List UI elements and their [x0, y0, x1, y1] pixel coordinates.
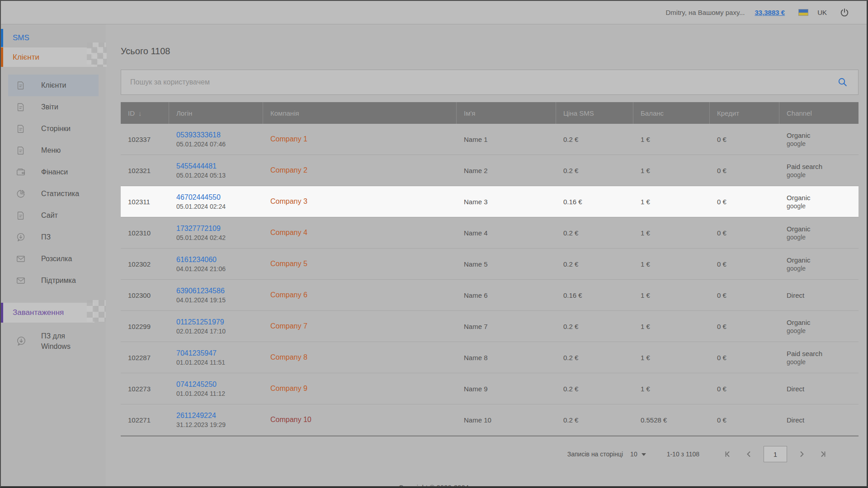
- cell-balance: 1 €: [633, 198, 710, 206]
- column-header[interactable]: Ціна SMS: [556, 102, 633, 124]
- column-header[interactable]: ID↓: [121, 102, 169, 124]
- sidebar-item[interactable]: Підтримка: [8, 270, 99, 291]
- sidebar-item-label: ПЗ для Windows: [41, 331, 92, 352]
- cell-company: Company 2: [263, 166, 457, 174]
- cell-login: 616123406004.01.2024 21:06: [169, 256, 263, 272]
- last-page-button[interactable]: [816, 447, 830, 461]
- column-header[interactable]: Channel: [779, 102, 859, 124]
- cell-name: Name 8: [457, 354, 556, 361]
- prev-page-button[interactable]: [742, 447, 755, 461]
- sidebar-item[interactable]: Клієнти: [8, 75, 99, 96]
- column-header[interactable]: Баланс: [633, 102, 710, 124]
- cell-balance: 0.5528 €: [633, 416, 710, 424]
- column-header[interactable]: Ім'я: [457, 102, 556, 124]
- sidebar-item[interactable]: Меню: [8, 140, 99, 161]
- sidebar-item[interactable]: Статистика: [8, 183, 99, 205]
- login-link[interactable]: 46702444550: [176, 193, 263, 202]
- column-header[interactable]: Кредит: [710, 102, 779, 124]
- current-page-input[interactable]: 1: [764, 446, 787, 462]
- channel-main: Organic: [787, 225, 859, 233]
- sidebar-item[interactable]: Сторінки: [8, 118, 99, 140]
- login-link[interactable]: 05393333618: [176, 131, 263, 139]
- sidebar: SMS Клієнти КлієнтиЗвітиСторінкиМенюФіна…: [1, 24, 106, 488]
- sidebar-item[interactable]: Сайт: [8, 205, 99, 226]
- company-link[interactable]: Company 10: [270, 416, 311, 423]
- login-link[interactable]: 5455444481: [176, 162, 263, 170]
- cell-credit: 0 €: [710, 260, 779, 268]
- sidebar-item[interactable]: Звіти: [8, 96, 99, 118]
- search-icon[interactable]: [837, 77, 848, 88]
- sidebar-item[interactable]: Фінанси: [8, 161, 99, 183]
- blue-accent-bar: [1, 29, 3, 47]
- balance-link[interactable]: 33,3883 €: [755, 9, 785, 16]
- company-link[interactable]: Company 5: [270, 260, 307, 267]
- sidebar-section-label: SMS: [13, 33, 29, 42]
- login-date: 02.01.2024 17:10: [176, 328, 263, 335]
- sidebar-item[interactable]: ПЗ: [8, 226, 99, 248]
- cell-login: 4670244455005.01.2024 02:24: [169, 193, 263, 210]
- company-link[interactable]: Company 1: [270, 135, 307, 143]
- cell-company: Company 4: [263, 229, 457, 237]
- cell-sms-price: 0.16 €: [556, 198, 633, 206]
- cell-company: Company 10: [263, 416, 457, 424]
- sidebar-item-label: Меню: [41, 146, 61, 155]
- purple-accent-bar: [1, 303, 3, 323]
- cell-sms-price: 0.2 €: [556, 260, 633, 268]
- company-link[interactable]: Company 3: [270, 197, 307, 205]
- column-header[interactable]: Компанія: [263, 102, 457, 124]
- search-input[interactable]: [121, 78, 837, 87]
- first-page-button[interactable]: [721, 447, 735, 461]
- logout-power-icon[interactable]: [840, 8, 849, 18]
- download-icon: [16, 232, 27, 243]
- column-header[interactable]: Логін: [169, 102, 263, 124]
- company-link[interactable]: Company 6: [270, 291, 307, 299]
- company-link[interactable]: Company 8: [270, 353, 307, 361]
- company-link[interactable]: Company 2: [270, 166, 307, 174]
- channel-main: Organic: [787, 131, 859, 139]
- document-icon: [16, 145, 27, 156]
- cell-sms-price: 0.2 €: [556, 229, 633, 237]
- login-link[interactable]: 6161234060: [176, 256, 263, 264]
- company-link[interactable]: Company 9: [270, 385, 307, 392]
- sidebar-item-label: Клієнти: [41, 81, 66, 89]
- sidebar-item-label: Звіти: [41, 103, 58, 111]
- channel-main: Organic: [787, 319, 859, 326]
- login-link[interactable]: 7041235947: [176, 349, 263, 357]
- cell-name: Name 4: [457, 229, 556, 237]
- table-row: 10230063906123458604.01.2024 19:15Compan…: [121, 280, 859, 311]
- sidebar-item-label: Розсилка: [41, 255, 72, 263]
- language-label[interactable]: UK: [817, 9, 827, 16]
- sidebar-section-downloads[interactable]: Завантаження: [1, 303, 94, 323]
- cell-credit: 0 €: [710, 167, 779, 174]
- sidebar-section-clients[interactable]: Клієнти: [1, 47, 94, 67]
- login-link[interactable]: 17327772109: [176, 225, 263, 233]
- cell-channel: Organicgoogle: [779, 225, 859, 241]
- cell-id: 102337: [121, 136, 169, 143]
- login-link[interactable]: 2611249224: [176, 412, 263, 420]
- login-date: 05.01.2024 05:13: [176, 172, 263, 179]
- table-row: 102321545544448105.01.2024 05:13Company …: [121, 155, 859, 186]
- login-link[interactable]: 639061234586: [176, 287, 263, 295]
- sidebar-item-label: Статистика: [41, 190, 79, 198]
- sidebar-section-sms[interactable]: SMS: [1, 29, 94, 47]
- pagination: Записів на сторінці 10 1-10 з 1108 1: [121, 441, 859, 467]
- sidebar-item-software-windows[interactable]: ПЗ для Windows: [16, 331, 92, 352]
- table-row: 102273074124525001.01.2024 11:12Company …: [121, 373, 859, 404]
- page-range-label: 1-10 з 1108: [667, 450, 699, 458]
- total-count-title: Усього 1108: [121, 46, 170, 56]
- sidebar-item-label: ПЗ: [41, 233, 51, 241]
- table-header-row: ID↓ЛогінКомпаніяІм'яЦіна SMSБалансКредит…: [121, 102, 859, 124]
- cell-login: 0539333361805.01.2024 07:46: [169, 131, 263, 148]
- company-link[interactable]: Company 4: [270, 229, 307, 236]
- cell-credit: 0 €: [710, 229, 779, 237]
- next-page-button[interactable]: [795, 447, 809, 461]
- sidebar-item[interactable]: Розсилка: [8, 248, 99, 270]
- per-page-select[interactable]: 10: [630, 450, 646, 458]
- login-link[interactable]: 0741245250: [176, 380, 263, 389]
- channel-main: Paid search: [787, 350, 859, 357]
- cell-name: Name 5: [457, 260, 556, 268]
- company-link[interactable]: Company 7: [270, 322, 307, 330]
- cell-balance: 1 €: [633, 229, 710, 237]
- chevron-down-icon: [642, 453, 646, 456]
- login-link[interactable]: 011251251979: [176, 318, 263, 326]
